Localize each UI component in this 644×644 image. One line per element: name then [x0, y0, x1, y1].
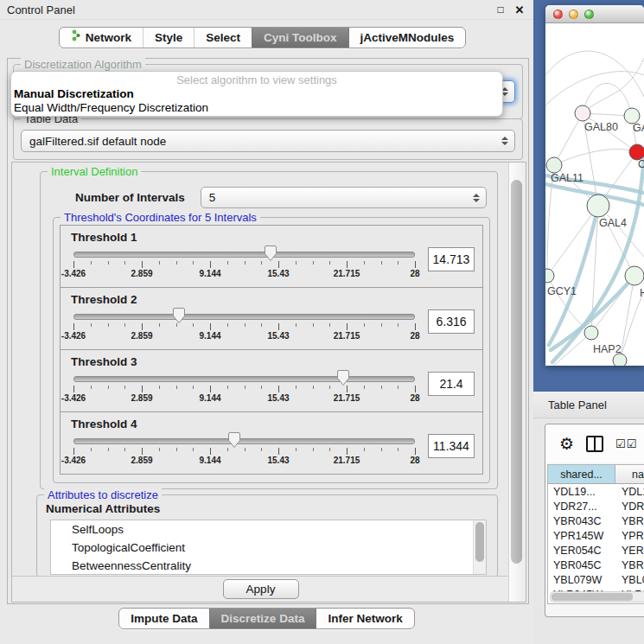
column-header-shared-[interactable]: shared...	[548, 465, 615, 483]
attribute-item-betweennesscentrality[interactable]: BetweennessCentrality	[51, 557, 486, 575]
cell-shared-name[interactable]: YDR27...	[548, 501, 615, 513]
gear-icon[interactable]: ⚙	[559, 436, 574, 452]
slider-thumb[interactable]	[172, 307, 186, 327]
tick-minor	[176, 448, 177, 451]
tab-select[interactable]: Select	[194, 28, 252, 48]
node-label-hap2[interactable]: HAP2	[593, 343, 622, 355]
cell-name[interactable]: YDR2	[615, 501, 644, 513]
tab-network[interactable]: Network	[60, 28, 143, 48]
cell-shared-name[interactable]: YIL052C	[548, 603, 615, 605]
tick-minor	[329, 448, 330, 451]
tab-jactivemnodules[interactable]: jActiveMNodules	[348, 28, 466, 48]
tab-label-network: Network	[86, 28, 131, 48]
tick-major	[210, 261, 211, 268]
cell-shared-name[interactable]: YPR145W	[548, 530, 615, 542]
cell-name[interactable]: YBR0	[615, 559, 644, 571]
number-of-intervals-combobox[interactable]: 5	[201, 187, 487, 208]
attribute-item-selfloops[interactable]: SelfLoops	[51, 520, 486, 539]
network-canvas[interactable]: GAL80GACGAL11GAL4GCY1HHAP2	[545, 23, 644, 366]
threshold-slider[interactable]: -3.4262.8599.14415.4321.71528	[73, 431, 415, 468]
node-label-gcy1[interactable]: GCY1	[547, 285, 577, 297]
cell-name[interactable]: YPR1	[615, 530, 644, 542]
cell-name[interactable]: YBL0	[615, 574, 644, 586]
table-hscrollbar-thumb[interactable]	[552, 593, 633, 601]
list-scrollbar-thumb[interactable]	[475, 522, 484, 562]
tick-major	[278, 448, 279, 455]
settings-scrollbar[interactable]	[508, 163, 526, 602]
threshold-slider[interactable]: -3.4262.8599.14415.4321.71528	[73, 245, 415, 281]
node-GAL4[interactable]	[587, 194, 609, 217]
threshold-value-field[interactable]: 11.344	[428, 434, 475, 458]
cell-name[interactable]: YER0	[615, 545, 644, 557]
table-row[interactable]: YPR145WYPR1	[548, 528, 644, 543]
threshold-value-field[interactable]: 6.316	[428, 309, 475, 334]
mac-close-icon[interactable]	[553, 10, 563, 19]
table-row[interactable]: YBL079WYBL0	[548, 572, 644, 587]
table-row[interactable]: YDL19...YDL1	[548, 484, 644, 499]
node-H[interactable]	[625, 266, 644, 285]
slider-track	[73, 376, 415, 382]
tick-minor	[91, 323, 92, 327]
bottom-tab-discretize-data[interactable]: Discretize Data	[209, 609, 316, 628]
slider-thumb[interactable]	[336, 369, 350, 389]
cell-shared-name[interactable]: YBR043C	[548, 515, 615, 527]
node-bottom[interactable]	[613, 354, 627, 366]
cell-shared-name[interactable]: YBR045C	[548, 559, 615, 571]
threshold-slider[interactable]: -3.4262.8599.14415.4321.71528	[73, 369, 415, 405]
mac-zoom-icon[interactable]	[584, 10, 594, 19]
node-label-gal80[interactable]: GAL80	[584, 121, 618, 133]
threshold-value-field[interactable]: 14.713	[428, 247, 475, 271]
node-label-c[interactable]: C	[638, 158, 644, 170]
slider-row: -3.4262.8599.14415.4321.7152814.713	[61, 244, 482, 281]
node-label-ga[interactable]: GA	[633, 122, 644, 134]
table-body: YDL19...YDL1YDR27...YDR2YBR043CYBR0YPR14…	[548, 484, 644, 604]
settings-scrollbar-thumb[interactable]	[511, 180, 522, 564]
close-icon[interactable]: ✕	[513, 3, 526, 16]
attribute-item-topologicalcoefficient[interactable]: TopologicalCoefficient	[51, 539, 486, 557]
list-scrollbar[interactable]	[473, 520, 486, 574]
table-row[interactable]: YDR27...YDR2	[548, 499, 644, 513]
dropdown-option-equal-width-frequency-discretization[interactable]: Equal Width/Frequency Discretization	[11, 101, 502, 115]
cell-shared-name[interactable]: YDL19...	[548, 486, 615, 498]
dropdown-prompt: Select algorithm to view settings	[11, 73, 502, 87]
node-GAL11[interactable]	[546, 157, 562, 173]
node-GAL80[interactable]	[575, 105, 590, 121]
threshold-slider[interactable]: -3.4262.8599.14415.4321.71528	[73, 307, 415, 343]
tick-minor	[296, 448, 296, 451]
threshold-value-field[interactable]: 21.4	[428, 372, 475, 396]
apply-button[interactable]: Apply	[223, 579, 299, 599]
tick-minor	[261, 386, 262, 389]
bottom-tab-infer-network[interactable]: Infer Network	[316, 609, 413, 628]
table-row[interactable]: YBR043CYBR0	[548, 513, 644, 528]
column-header-na[interactable]: na	[615, 465, 644, 483]
table-hscrollbar[interactable]	[550, 591, 644, 603]
cell-shared-name[interactable]: YER054C	[548, 545, 615, 557]
tick-label: 21.715	[334, 331, 360, 341]
checkbox-columns-icon[interactable]: ☑☑	[615, 437, 637, 450]
table-row[interactable]: YBR045CYBR0	[548, 558, 644, 572]
table-data-combobox[interactable]: galFiltered.sif default node	[21, 130, 515, 152]
slider-thumb[interactable]	[264, 245, 277, 265]
numerical-attributes-list[interactable]: SelfLoopsTopologicalCoefficientBetweenne…	[50, 520, 487, 575]
cell-shared-name[interactable]: YBL079W	[548, 574, 615, 586]
slider-thumb[interactable]	[227, 431, 241, 451]
node-label-h[interactable]: H	[640, 287, 644, 299]
column-layout-icon[interactable]	[586, 436, 603, 452]
dropdown-option-manual-discretization[interactable]: Manual Discretization	[11, 87, 502, 101]
node-label-gal11[interactable]: GAL11	[551, 172, 583, 184]
float-window-icon[interactable]: □	[494, 3, 507, 16]
node-HAP2[interactable]	[584, 326, 598, 340]
tab-cyni-toolbox[interactable]: Cyni Toolbox	[252, 28, 348, 48]
tab-style[interactable]: Style	[143, 28, 194, 48]
node-GCY1[interactable]	[545, 269, 554, 283]
table-row[interactable]: YER054CYER0	[548, 543, 644, 558]
cell-name[interactable]: YIL0	[615, 603, 644, 605]
cell-name[interactable]: YDL1	[615, 486, 644, 498]
tick-label: 28	[410, 331, 419, 341]
cell-name[interactable]: YBR0	[615, 515, 644, 527]
slider-row: -3.4262.8599.14415.4321.7152821.4	[61, 368, 482, 405]
mac-minimize-icon[interactable]	[569, 10, 578, 19]
node-label-gal4[interactable]: GAL4	[599, 217, 627, 229]
network-window: GAL80GACGAL11GAL4GCY1HHAP2	[545, 5, 644, 366]
bottom-tab-impute-data[interactable]: Impute Data	[119, 609, 208, 628]
